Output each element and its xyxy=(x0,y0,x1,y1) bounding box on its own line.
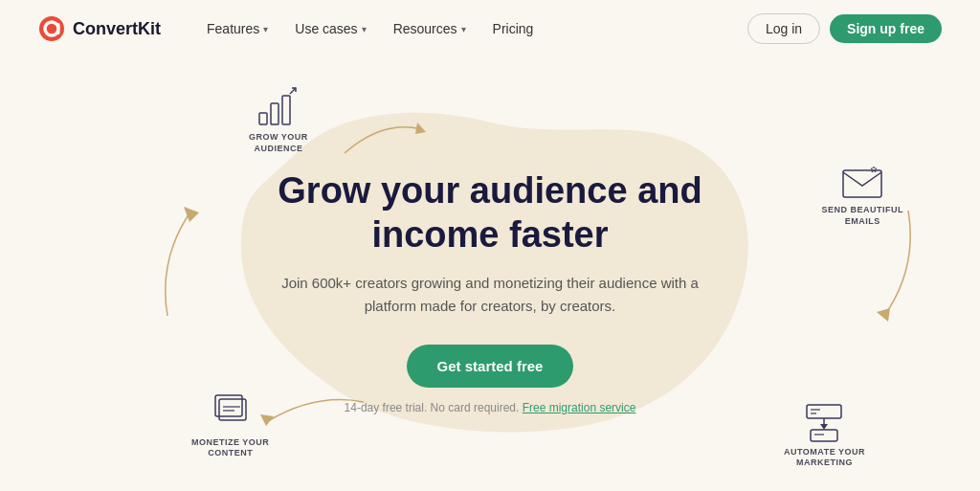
send-emails-icon xyxy=(839,163,885,201)
signup-button[interactable]: Sign up free xyxy=(830,14,942,43)
svg-marker-3 xyxy=(415,123,426,134)
feature-send-emails: SEND BEAUTIFUL EMAILS xyxy=(822,163,904,227)
hero-trial-note: 14-day free trial. No card required. Fre… xyxy=(260,401,720,414)
send-emails-label: SEND BEAUTIFUL EMAILS xyxy=(822,205,904,227)
automate-icon xyxy=(801,401,847,443)
login-button[interactable]: Log in xyxy=(747,13,820,44)
navbar: ConvertKit Features ▾ Use cases ▾ Resour… xyxy=(0,0,980,57)
nav-actions: Log in Sign up free xyxy=(747,13,942,44)
arrow-left-up xyxy=(153,201,220,325)
arrow-top-right xyxy=(335,115,431,163)
hero-subtitle: Join 600k+ creators growing and monetizi… xyxy=(260,272,720,318)
svg-rect-15 xyxy=(807,405,841,418)
svg-marker-4 xyxy=(877,308,890,322)
logo-icon xyxy=(38,15,65,42)
grow-audience-label: GROW YOUR AUDIENCE xyxy=(249,132,308,154)
svg-rect-20 xyxy=(811,430,837,441)
feature-monetize: MONETIZE YOUR CONTENT xyxy=(191,391,269,459)
automate-label: AUTOMATE YOUR MARKETING xyxy=(784,447,865,469)
svg-point-0 xyxy=(39,16,64,41)
logo-text: ConvertKit xyxy=(73,19,161,39)
hero-title: Grow your audience and income faster xyxy=(260,169,720,257)
nav-resources[interactable]: Resources ▾ xyxy=(382,15,478,42)
nav-pricing[interactable]: Pricing xyxy=(481,15,546,42)
cta-button[interactable]: Get started free xyxy=(407,345,574,388)
monetize-icon xyxy=(208,391,254,434)
svg-rect-2 xyxy=(56,23,60,34)
nav-features[interactable]: Features ▾ xyxy=(195,15,279,42)
svg-rect-10 xyxy=(843,170,881,197)
nav-use-cases[interactable]: Use cases ▾ xyxy=(283,15,377,42)
grow-audience-icon xyxy=(256,86,301,128)
hero-content: Grow your audience and income faster Joi… xyxy=(260,169,720,414)
svg-rect-7 xyxy=(259,113,267,124)
feature-grow-audience: GROW YOUR AUDIENCE xyxy=(249,86,308,154)
migration-link[interactable]: Free migration service xyxy=(523,401,636,414)
features-chevron-icon: ▾ xyxy=(263,24,268,34)
logo[interactable]: ConvertKit xyxy=(38,15,161,42)
nav-links: Features ▾ Use cases ▾ Resources ▾ Prici… xyxy=(195,15,747,42)
svg-rect-9 xyxy=(282,96,290,124)
svg-rect-8 xyxy=(271,103,278,124)
resources-chevron-icon: ▾ xyxy=(461,24,466,34)
hero-section: GROW YOUR AUDIENCE SEND BEAUTIFUL EMAILS… xyxy=(0,57,980,488)
use-cases-chevron-icon: ▾ xyxy=(362,24,367,34)
feature-automate: AUTOMATE YOUR MARKETING xyxy=(784,401,865,469)
monetize-label: MONETIZE YOUR CONTENT xyxy=(191,437,269,459)
svg-marker-19 xyxy=(820,424,828,430)
